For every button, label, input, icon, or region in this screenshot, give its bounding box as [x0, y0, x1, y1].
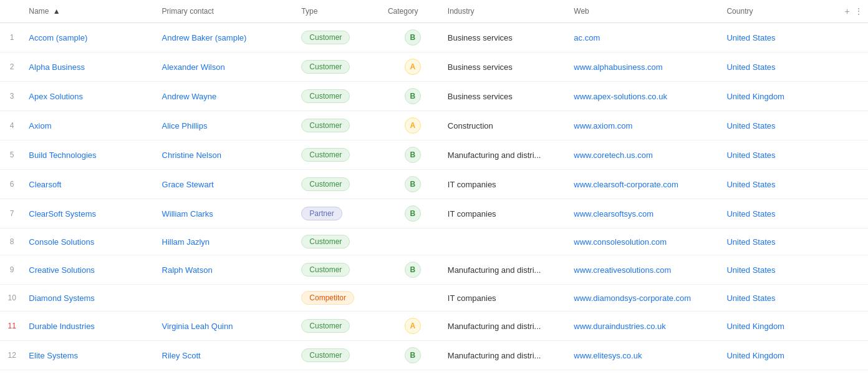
row-actions — [828, 370, 868, 375]
row-web[interactable]: www.duraindustries.co.uk — [569, 312, 721, 341]
company-name-link[interactable]: Build Technologies — [29, 150, 96, 160]
row-web[interactable]: www.coretech.us.com — [569, 140, 721, 170]
type-badge: Customer — [301, 60, 350, 74]
contact-name-link[interactable]: Andrew Wayne — [162, 92, 217, 101]
web-link[interactable]: ac.com — [574, 33, 600, 42]
row-name[interactable]: Console Solutions — [24, 229, 157, 255]
row-name[interactable]: Durable Industries — [24, 312, 157, 341]
web-link[interactable]: www.clearsoft-corporate.com — [574, 180, 678, 189]
company-name-link[interactable]: Axiom — [29, 121, 51, 130]
row-actions — [828, 199, 868, 229]
contact-name-link[interactable]: Grace Stewart — [162, 180, 214, 189]
web-link[interactable]: www.axiom.com — [574, 121, 632, 130]
company-name-link[interactable]: Console Solutions — [29, 237, 94, 247]
row-type: Customer — [296, 170, 383, 199]
col-actions-header: + ⋮ — [828, 0, 868, 23]
contact-name-link[interactable]: William Clarks — [162, 209, 213, 219]
row-name[interactable]: Clearsoft — [24, 170, 157, 199]
company-name-link[interactable]: Accom (sample) — [29, 33, 87, 42]
row-contact[interactable]: William Clarks — [157, 199, 297, 229]
row-type: Customer — [296, 312, 383, 341]
row-industry: Manufacturing and distri... — [443, 255, 569, 285]
row-name[interactable]: Elite Systems — [24, 341, 157, 370]
web-link[interactable]: www.consolesolution.com — [574, 237, 667, 247]
row-web[interactable]: www.axiom.com — [569, 111, 721, 140]
company-name-link[interactable]: ClearSoft Systems — [29, 209, 96, 219]
row-contact[interactable]: Ralph Watson — [157, 255, 297, 285]
row-contact[interactable]: Virginia Leah Quinn — [157, 312, 297, 341]
row-industry: IT companies — [443, 199, 569, 229]
row-contact[interactable]: Ted Heinrichs — [157, 370, 297, 375]
web-link[interactable]: www.elitesys.co.uk — [574, 351, 642, 360]
row-contact[interactable]: Andrew Baker (sample) — [157, 23, 297, 52]
table-row: 13EstronTed HeinrichsCustomerwww.estron.… — [0, 370, 868, 375]
col-name-header[interactable]: Name ▲ — [24, 0, 157, 23]
contact-name-link[interactable]: Andrew Baker (sample) — [162, 33, 247, 42]
company-name-link[interactable]: Apex Solutions — [29, 92, 83, 101]
contact-name-link[interactable]: Ralph Watson — [162, 265, 213, 275]
company-name-link[interactable]: Clearsoft — [29, 180, 61, 189]
type-badge: Customer — [301, 119, 350, 132]
row-web[interactable]: www.clearsoft-corporate.com — [569, 170, 721, 199]
company-name-link[interactable]: Creative Solutions — [29, 265, 95, 275]
contact-name-link[interactable]: Alexander Wilson — [162, 62, 225, 72]
col-industry-label: Industry — [448, 7, 475, 16]
company-name-link[interactable]: Elite Systems — [29, 351, 78, 360]
company-name-link[interactable]: Durable Industries — [29, 322, 95, 331]
contact-name-link[interactable]: Riley Scott — [162, 351, 201, 360]
row-web[interactable]: ac.com — [569, 23, 721, 52]
web-link[interactable]: www.creativesolutions.com — [574, 265, 671, 275]
web-link[interactable]: www.duraindustries.co.uk — [574, 322, 665, 331]
row-country: United States — [721, 52, 828, 82]
row-contact[interactable]: Andrew Wayne — [157, 82, 297, 111]
contact-name-link[interactable]: Christine Nelson — [162, 150, 221, 160]
row-web[interactable]: www.estron.com — [569, 370, 721, 375]
row-name[interactable]: Axiom — [24, 111, 157, 140]
row-web[interactable]: www.apex-solutions.co.uk — [569, 82, 721, 111]
row-name[interactable]: Estron — [24, 370, 157, 375]
row-contact[interactable]: Riley Scott — [157, 341, 297, 370]
row-category: A — [383, 111, 443, 140]
row-contact[interactable]: Hillam Jazlyn — [157, 229, 297, 255]
row-contact[interactable]: Grace Stewart — [157, 170, 297, 199]
row-type: Customer — [296, 255, 383, 285]
row-name[interactable]: Alpha Business — [24, 52, 157, 82]
row-contact[interactable]: Alice Phillips — [157, 111, 297, 140]
row-name[interactable]: Apex Solutions — [24, 82, 157, 111]
more-options-icon[interactable]: ⋮ — [854, 6, 863, 16]
row-name[interactable]: Build Technologies — [24, 140, 157, 170]
row-actions — [828, 82, 868, 111]
row-name[interactable]: Diamond Systems — [24, 285, 157, 312]
row-contact[interactable]: Alexander Wilson — [157, 52, 297, 82]
company-name-link[interactable]: Alpha Business — [29, 62, 85, 72]
add-column-icon[interactable]: + — [844, 6, 849, 16]
row-number: 10 — [0, 285, 24, 312]
row-web[interactable]: www.alphabusiness.com — [569, 52, 721, 82]
row-name[interactable]: ClearSoft Systems — [24, 199, 157, 229]
row-number: 1 — [0, 23, 24, 52]
row-web[interactable]: www.diamondsys-corporate.com — [569, 285, 721, 312]
row-industry: Manufacturing and distri... — [443, 312, 569, 341]
table-row: 4AxiomAlice PhillipsCustomerAConstructio… — [0, 111, 868, 140]
table-row: 8Console SolutionsHillam JazlynCustomerw… — [0, 229, 868, 255]
row-contact[interactable]: Christine Nelson — [157, 140, 297, 170]
web-link[interactable]: www.coretech.us.com — [574, 150, 652, 160]
row-web[interactable]: www.consolesolution.com — [569, 229, 721, 255]
row-number: 12 — [0, 341, 24, 370]
contact-name-link[interactable]: Alice Phillips — [162, 121, 208, 130]
row-name[interactable]: Creative Solutions — [24, 255, 157, 285]
row-type: Customer — [296, 23, 383, 52]
contact-name-link[interactable]: Hillam Jazlyn — [162, 237, 210, 247]
row-web[interactable]: www.elitesys.co.uk — [569, 341, 721, 370]
web-link[interactable]: www.clearsoftsys.com — [574, 209, 653, 219]
contact-name-link[interactable]: Virginia Leah Quinn — [162, 322, 233, 331]
web-link[interactable]: www.apex-solutions.co.uk — [574, 92, 667, 101]
row-name[interactable]: Accom (sample) — [24, 23, 157, 52]
web-link[interactable]: www.alphabusiness.com — [574, 62, 662, 72]
row-country: United Kingdom — [721, 82, 828, 111]
web-link[interactable]: www.diamondsys-corporate.com — [574, 293, 691, 303]
row-web[interactable]: www.clearsoftsys.com — [569, 199, 721, 229]
company-name-link[interactable]: Diamond Systems — [29, 293, 94, 303]
row-web[interactable]: www.creativesolutions.com — [569, 255, 721, 285]
row-industry: Manufacturing and distri... — [443, 341, 569, 370]
